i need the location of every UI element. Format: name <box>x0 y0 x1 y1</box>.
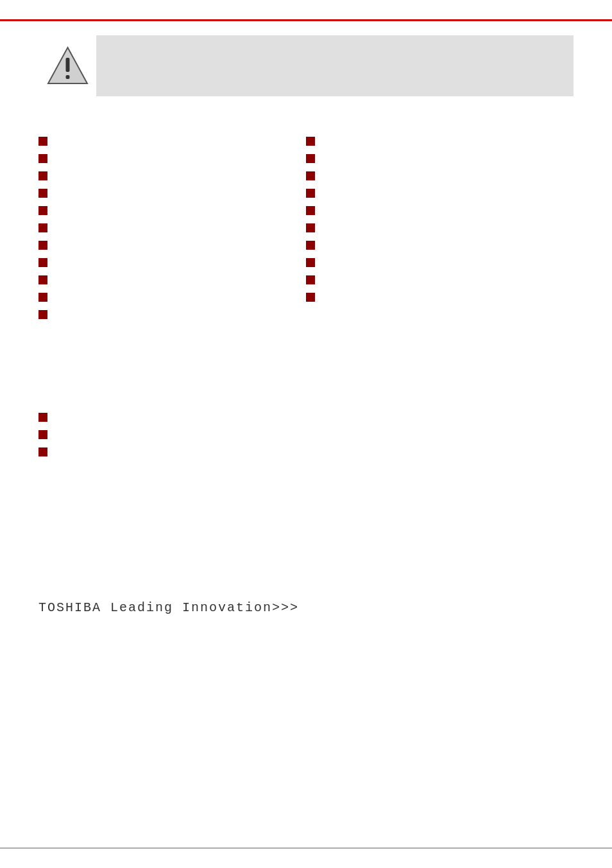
bullet-square-icon <box>38 275 47 284</box>
svg-rect-2 <box>65 75 69 79</box>
list-item <box>306 273 574 284</box>
bullet-square-icon <box>38 223 47 232</box>
bullet-square-icon <box>38 310 47 319</box>
list-item <box>38 273 306 284</box>
bullet-square-icon <box>38 258 47 267</box>
bullet-square-icon <box>38 206 47 215</box>
list-item <box>38 152 306 163</box>
bullet-square-icon <box>38 241 47 250</box>
svg-rect-1 <box>65 58 69 72</box>
bullet-section-top <box>38 135 574 326</box>
bullet-square-icon <box>38 189 47 198</box>
toshiba-tagline: TOSHIBA Leading Innovation>>> <box>38 600 299 615</box>
list-item <box>38 169 306 180</box>
list-item <box>38 135 306 146</box>
bullet-square-icon <box>38 430 47 439</box>
bullet-square-icon <box>306 137 315 146</box>
bullet-col-right <box>306 135 574 326</box>
list-item <box>38 239 306 250</box>
warning-text-box <box>96 35 574 96</box>
list-item <box>38 256 306 267</box>
warning-banner <box>38 35 574 96</box>
bullet-col-left <box>38 135 306 326</box>
bullet-square-icon <box>306 154 315 163</box>
list-item <box>38 221 306 232</box>
bullet-square-icon <box>38 293 47 302</box>
list-item <box>306 169 574 180</box>
bullet-square-icon <box>306 206 315 215</box>
list-item <box>38 204 306 215</box>
bullet-square-icon <box>306 275 315 284</box>
bullet-square-icon <box>38 154 47 163</box>
bullet-square-icon <box>38 137 47 146</box>
bullet-square-icon <box>306 241 315 250</box>
list-item <box>306 221 574 232</box>
bullet-square-icon <box>306 223 315 232</box>
toshiba-tagline-text: TOSHIBA Leading Innovation>>> <box>38 600 299 615</box>
bullet-square-icon <box>306 171 315 180</box>
list-item <box>306 135 574 146</box>
warning-icon <box>47 45 89 87</box>
bullet-section-middle <box>38 411 574 463</box>
list-item <box>38 187 306 198</box>
list-item <box>38 411 574 422</box>
list-item <box>306 256 574 267</box>
bottom-gray-line <box>0 847 612 849</box>
bullet-square-icon <box>306 293 315 302</box>
warning-icon-container <box>38 35 96 96</box>
bullet-square-icon <box>38 171 47 180</box>
top-red-line <box>0 19 612 21</box>
list-item <box>38 446 574 456</box>
bullet-square-icon <box>38 413 47 422</box>
page-container: TOSHIBA Leading Innovation>>> <box>0 0 612 868</box>
list-item <box>306 291 574 302</box>
list-item <box>306 152 574 163</box>
list-item <box>38 308 306 319</box>
bullet-square-icon <box>306 189 315 198</box>
bullet-square-icon <box>306 258 315 267</box>
list-item <box>38 428 574 439</box>
list-item <box>38 291 306 302</box>
list-item <box>306 239 574 250</box>
two-column-bullets <box>38 135 574 326</box>
list-item <box>306 187 574 198</box>
bullet-square-icon <box>38 447 47 456</box>
list-item <box>306 204 574 215</box>
